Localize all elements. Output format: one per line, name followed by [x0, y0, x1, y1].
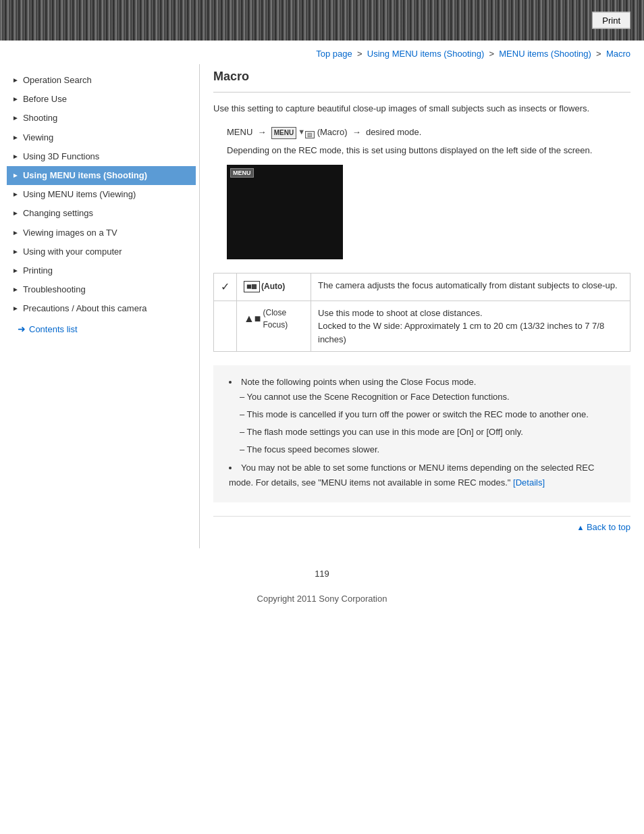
- macro-auto-icon: ◼▩(Auto): [244, 280, 285, 292]
- back-to-top-link[interactable]: ▲ Back to top: [576, 522, 630, 532]
- auto-icon-cell: ◼▩(Auto): [237, 273, 311, 301]
- sidebar-item-operation-search[interactable]: ► Operation Search: [7, 71, 196, 90]
- right-arrow-icon: ➜: [18, 323, 26, 334]
- sidebar-item-viewing-images-tv[interactable]: ► Viewing images on a TV: [7, 224, 196, 242]
- details-link[interactable]: [Details]: [513, 477, 545, 488]
- menu-btn-icon: MENU: [230, 168, 254, 178]
- notes-box: Note the following points when using the…: [213, 365, 630, 502]
- arrow-icon: ►: [12, 228, 19, 238]
- header-bar: Print: [0, 0, 644, 41]
- sidebar-item-using-3d[interactable]: ► Using 3D Functions: [7, 147, 196, 166]
- arrow-icon: ►: [12, 76, 19, 85]
- note-item-2: You may not be able to set some function…: [229, 461, 618, 490]
- camera-image: MENU: [227, 165, 362, 259]
- auto-description-cell: The camera adjusts the focus automatical…: [311, 273, 630, 301]
- sub-note-3: The flash mode settings you can use in t…: [240, 425, 618, 440]
- note-item-1: Note the following points when using the…: [229, 375, 618, 457]
- sidebar-item-precautions[interactable]: ► Precautions / About this camera: [7, 299, 196, 318]
- sidebar-item-using-menu-viewing[interactable]: ► Using MENU items (Viewing): [7, 185, 196, 204]
- close-focus-description-cell: Use this mode to shoot at close distance…: [311, 301, 630, 352]
- camera-screenshot: MENU: [227, 165, 362, 259]
- menu-instruction: MENU → MENU ▼▨ (Macro) → desired mode.: [227, 126, 630, 140]
- arrow-icon: ►: [12, 266, 19, 276]
- sub-note-2: This mode is cancelled if you turn off t…: [240, 407, 618, 422]
- breadcrumb: Top page > Using MENU items (Shooting) >…: [0, 41, 644, 64]
- sidebar-item-changing-settings[interactable]: ► Changing settings: [7, 204, 196, 223]
- arrow-icon-active: ►: [12, 171, 19, 180]
- close-focus-icon-cell: ▲■(Close Focus): [237, 301, 311, 352]
- print-button[interactable]: Print: [592, 12, 630, 29]
- description-text: Use this setting to capture beautiful cl…: [213, 102, 630, 116]
- breadcrumb-macro[interactable]: Macro: [606, 49, 630, 59]
- table-row: ▲■(Close Focus) Use this mode to shoot a…: [214, 301, 630, 352]
- breadcrumb-menu-items[interactable]: MENU items (Shooting): [499, 49, 591, 59]
- sub-note-4: The focus speed becomes slower.: [240, 442, 618, 457]
- sidebar-item-shooting[interactable]: ► Shooting: [7, 109, 196, 128]
- close-focus-icon: ▲■(Close Focus): [244, 307, 304, 331]
- check-cell: ✓: [214, 273, 237, 301]
- arrow-icon: ►: [12, 285, 19, 294]
- sidebar-item-using-with-computer[interactable]: ► Using with your computer: [7, 242, 196, 261]
- arrow-icon: ►: [12, 95, 19, 104]
- checkmark-icon: ✓: [221, 281, 230, 292]
- sidebar-item-troubleshooting[interactable]: ► Troubleshooting: [7, 280, 196, 299]
- back-to-top-row: ▲ Back to top: [213, 516, 630, 535]
- empty-check-cell: [214, 301, 237, 352]
- main-layout: ► Operation Search ► Before Use ► Shooti…: [0, 64, 644, 562]
- breadcrumb-using-menu[interactable]: Using MENU items (Shooting): [367, 49, 484, 59]
- footer: Copyright 2011 Sony Corporation: [0, 583, 644, 624]
- white-stripe-decoration: [343, 165, 362, 259]
- content-area: Macro Use this setting to capture beauti…: [199, 64, 644, 548]
- arrow-icon: ►: [12, 247, 19, 257]
- breadcrumb-top-page[interactable]: Top page: [316, 49, 352, 59]
- sidebar-item-viewing[interactable]: ► Viewing: [7, 128, 196, 147]
- sidebar-item-using-menu-shooting[interactable]: ► Using MENU items (Shooting): [7, 166, 196, 185]
- arrow-icon: ►: [12, 133, 19, 142]
- arrow-icon: ►: [12, 209, 19, 218]
- sidebar: ► Operation Search ► Before Use ► Shooti…: [0, 64, 196, 548]
- sub-note-1: You cannot use the Scene Recognition or …: [240, 390, 618, 405]
- contents-list-link[interactable]: ➜ Contents list: [7, 318, 196, 334]
- note-sub-list-1: You cannot use the Scene Recognition or …: [229, 390, 618, 457]
- arrow-icon: ►: [12, 152, 19, 161]
- arrow-icon: ►: [12, 190, 19, 199]
- sidebar-item-before-use[interactable]: ► Before Use: [7, 90, 196, 109]
- page-title: Macro: [213, 64, 630, 93]
- sidebar-item-printing[interactable]: ► Printing: [7, 261, 196, 280]
- cf-symbol: ▲■: [244, 311, 261, 327]
- notes-list: Note the following points when using the…: [225, 375, 618, 490]
- arrow-icon: ►: [12, 304, 19, 313]
- triangle-icon: ▲: [576, 523, 584, 531]
- rec-note: Depending on the REC mode, this is set u…: [227, 144, 630, 158]
- options-table: ✓ ◼▩(Auto) The camera adjusts the focus …: [213, 273, 630, 353]
- table-row: ✓ ◼▩(Auto) The camera adjusts the focus …: [214, 273, 630, 301]
- page-number: 119: [0, 562, 644, 583]
- macro-icon-box: ◼▩: [244, 281, 260, 293]
- arrow-icon: ►: [12, 113, 19, 123]
